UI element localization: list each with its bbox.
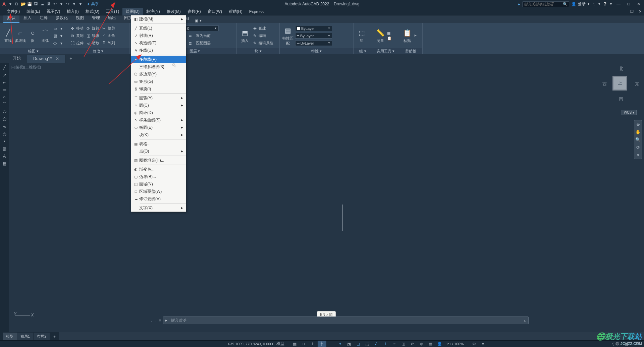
menu-item[interactable]: ⌒圆弧(A)▶ xyxy=(131,94,186,102)
left-tool-0[interactable]: ╱ xyxy=(1,64,8,70)
left-tool-4[interactable]: ○ xyxy=(1,94,8,100)
left-tool-7[interactable]: ⬠ xyxy=(1,116,8,122)
new-icon[interactable]: 🗋 xyxy=(14,1,19,7)
appstore-dd-icon[interactable]: ▼ xyxy=(598,2,601,6)
account-button[interactable]: 👤登录▼ xyxy=(571,1,590,7)
menu-item[interactable]: ▦表格... xyxy=(131,140,186,148)
search-input[interactable] xyxy=(524,2,563,6)
qat-more-icon[interactable]: ▼ xyxy=(78,1,83,7)
account-dd-icon[interactable]: ▼ xyxy=(587,2,590,6)
window-close-button[interactable]: ✕ xyxy=(635,1,643,7)
osnap-toggle[interactable]: ◻ xyxy=(354,341,363,347)
open-icon[interactable]: 📂 xyxy=(20,1,26,7)
ortho-toggle[interactable]: ∟ xyxy=(327,341,335,347)
viewcube[interactable]: 北 南 东 西 上 xyxy=(602,66,639,103)
iso-toggle[interactable]: ⬔ xyxy=(345,341,354,347)
match-layer-button[interactable]: 匹配图层 xyxy=(196,41,211,46)
draw-panel-title[interactable]: 绘图 ▾ xyxy=(0,48,67,54)
layout1-tab[interactable]: 布局1 xyxy=(17,333,33,340)
mdi-close-button[interactable]: ✕ xyxy=(636,9,644,14)
edit-block-button[interactable]: ✎编辑 xyxy=(252,33,274,39)
group-button[interactable]: ⬚组 xyxy=(356,24,368,47)
new-tab-button[interactable]: ＋ xyxy=(65,54,76,63)
menu-10[interactable]: 窗口(W) xyxy=(204,8,225,15)
menu-4[interactable]: 格式(O) xyxy=(82,8,103,15)
gear-icon[interactable]: ⚙ xyxy=(470,341,478,347)
lineweight-select[interactable]: ━ ByLayer▼ xyxy=(295,33,332,39)
menu-item[interactable]: ▨图案填充(H)... xyxy=(131,157,186,164)
left-tool-1[interactable]: ↗ xyxy=(1,72,8,78)
left-tool-2[interactable]: ⌐ xyxy=(1,79,8,85)
left-tool-11[interactable]: ▨ xyxy=(1,146,8,152)
menu-item[interactable]: ◫面域(N) xyxy=(131,180,186,188)
redo-icon[interactable]: ↷ xyxy=(65,1,70,7)
help-dd-icon[interactable]: ▼ xyxy=(609,2,612,6)
menu-item[interactable]: ◧建模(M)▶ xyxy=(131,15,186,23)
snap-toggle[interactable]: ∷ xyxy=(300,341,308,347)
mdi-restore-button[interactable]: ❐ xyxy=(628,9,636,14)
menu-item[interactable]: ☁修订云线(V) xyxy=(131,195,186,203)
menu-3[interactable]: 插入(I) xyxy=(63,8,82,15)
window-minimize-button[interactable]: — xyxy=(614,1,623,7)
menu-9[interactable]: 参数(P) xyxy=(184,8,204,15)
trim-button[interactable]: ✂修剪 xyxy=(101,25,116,32)
showmotion-icon[interactable]: ▾ xyxy=(637,153,639,158)
drawing-tab[interactable]: Drawing1*✕ xyxy=(27,55,65,63)
menu-item[interactable]: 点(O)▶ xyxy=(131,148,186,155)
share-button[interactable]: ✈共享 xyxy=(87,2,99,7)
ribbon-marker-icon[interactable]: ▣ ▾ xyxy=(195,18,201,23)
grid-toggle[interactable]: ▦ xyxy=(290,341,299,347)
move-button[interactable]: ✥移动 xyxy=(69,25,84,32)
space-toggle[interactable]: 模型 xyxy=(274,341,286,347)
menu-item[interactable]: 块(K)▶ xyxy=(131,131,186,138)
left-tool-3[interactable]: ▭ xyxy=(1,86,8,93)
orbit-icon[interactable]: ⟳ xyxy=(636,145,640,150)
dynucs-toggle[interactable]: ⊥ xyxy=(381,341,390,347)
menu-item[interactable]: ⌐多段线(P) xyxy=(131,56,186,63)
menu-item[interactable]: ↗射线(R) xyxy=(131,32,186,39)
scale-readout[interactable]: 1:1 / 100% xyxy=(444,342,466,346)
menu-item[interactable]: ○圆(C)▶ xyxy=(131,102,186,109)
block-panel-title[interactable]: 块 ▾ xyxy=(237,48,279,54)
measure-button[interactable]: 📏测量 xyxy=(374,24,386,47)
dynamic-input-toggle[interactable]: ╋ xyxy=(318,341,326,347)
menu-11[interactable]: 帮助(H) xyxy=(225,8,246,15)
left-tool-9[interactable]: ◎ xyxy=(1,131,8,137)
stretch-button[interactable]: ⛶拉伸 xyxy=(69,40,84,47)
arc-tool[interactable]: ⌒圆弧 xyxy=(39,24,51,47)
fillet-button[interactable]: ◜圆角 xyxy=(101,33,116,39)
polyline-tool[interactable]: ⌐多段线 xyxy=(14,24,26,47)
menu-12[interactable]: Express xyxy=(246,8,267,15)
lw-toggle[interactable]: ≡ xyxy=(390,341,399,347)
circle-tool[interactable]: ○圆 xyxy=(27,24,39,47)
search-box[interactable]: 🔍 xyxy=(522,1,569,7)
match-props-button[interactable]: ▤特性匹配 xyxy=(282,24,294,47)
menu-item[interactable]: ≋多线(U) xyxy=(131,47,186,54)
left-tool-6[interactable]: ⬭ xyxy=(1,109,8,115)
edit-attrs-button[interactable]: ✎编辑属性 xyxy=(252,40,274,47)
scale-button[interactable]: ◱缩放 xyxy=(85,40,100,47)
add-layout-button[interactable]: ＋ xyxy=(50,333,59,340)
cmd-close-icon[interactable]: ✕ xyxy=(158,318,162,323)
menu-2[interactable]: 视图(V) xyxy=(43,8,63,15)
cmd-grip-icon[interactable]: ⋮⋮ xyxy=(150,318,157,323)
fullnav-icon[interactable]: ⊚ xyxy=(636,122,640,127)
menu-0[interactable]: 文件(F) xyxy=(3,8,23,15)
annoscale-toggle[interactable]: 👤 xyxy=(435,341,444,347)
props-panel-title[interactable]: 特性 ▾ xyxy=(280,48,353,54)
cycle-toggle[interactable]: ⟳ xyxy=(408,341,417,347)
menu-8[interactable]: 修改(M) xyxy=(163,8,184,15)
annomonitor-toggle[interactable]: ⊕ xyxy=(417,341,426,347)
qat-dropdown-icon[interactable]: ▾ xyxy=(8,1,13,7)
menu-item[interactable]: ◎圆环(D) xyxy=(131,109,186,116)
zoom-icon[interactable]: 🔍 xyxy=(635,137,641,142)
menu-item[interactable]: ▢边界(B)... xyxy=(131,173,186,180)
undo-icon[interactable]: ↶ xyxy=(52,1,58,7)
save-icon[interactable]: 💾 xyxy=(27,1,32,7)
transp-toggle[interactable]: ◫ xyxy=(399,341,408,347)
search-icon[interactable]: 🔍 xyxy=(563,2,568,6)
help-icon[interactable]: ❔ xyxy=(603,2,607,6)
polar-toggle[interactable]: ✦ xyxy=(336,341,344,347)
web-icon[interactable]: ☁ xyxy=(40,1,45,7)
left-tool-8[interactable]: ∿ xyxy=(1,123,8,129)
